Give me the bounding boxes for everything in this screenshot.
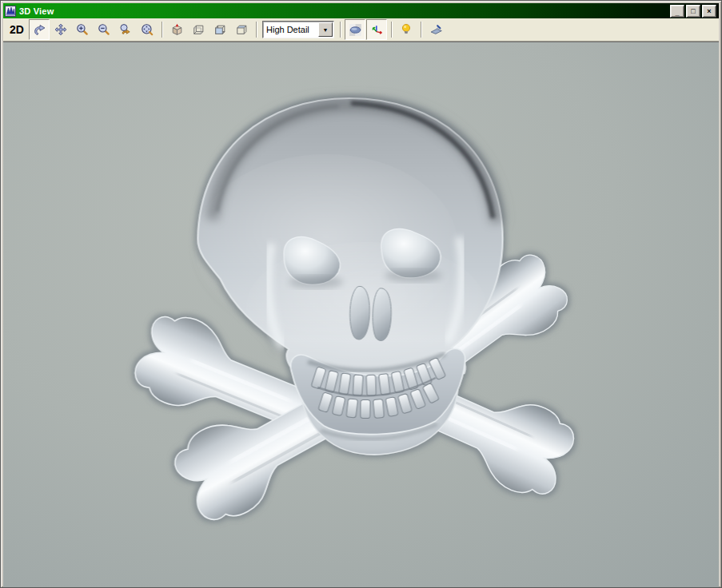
pan-view-button[interactable] <box>50 19 71 40</box>
minimize-button[interactable]: _ <box>670 5 684 18</box>
detail-level-dropdown[interactable]: High Detail ▼ <box>262 21 334 38</box>
toolbar-separator <box>340 22 341 38</box>
rotate-icon <box>33 23 46 37</box>
wireframe-view-button[interactable] <box>188 19 209 40</box>
zoom-extents-button[interactable] <box>137 19 158 40</box>
window-title: 3D View <box>19 6 54 16</box>
toolbar-separator <box>391 22 392 38</box>
toolbar-separator <box>256 22 257 38</box>
nostril-right <box>373 288 391 341</box>
tooth <box>353 375 363 396</box>
zoom-out-button[interactable] <box>94 19 114 40</box>
nostril-left <box>350 286 370 340</box>
3d-view-window: 3D View _ □ × 2D <box>0 0 722 588</box>
window-controls: _ □ × <box>670 5 717 18</box>
relief-toggle-icon <box>349 23 362 37</box>
iso-view-icon <box>170 23 184 37</box>
tooth <box>346 399 358 418</box>
axes-toggle-icon <box>370 23 384 37</box>
top-view-icon <box>235 23 249 37</box>
maximize-button[interactable]: □ <box>686 5 700 18</box>
tooth <box>361 399 370 418</box>
isometric-view-button[interactable] <box>166 19 187 40</box>
skull-crossbones-render <box>3 42 719 587</box>
shade-icon <box>429 23 443 37</box>
zoom-extents-icon <box>141 23 154 36</box>
3d-viewport[interactable] <box>3 42 719 587</box>
zoom-in-button[interactable] <box>72 19 93 40</box>
axes-toggle-button[interactable] <box>366 19 387 40</box>
titlebar[interactable]: 3D View _ □ × <box>3 3 719 18</box>
detail-level-value: High Detail <box>263 25 318 34</box>
zoom-out-icon <box>98 23 110 36</box>
view-toolbar: 2D <box>3 18 719 42</box>
relief-toggle-button[interactable] <box>345 19 365 40</box>
lighting-button[interactable] <box>396 19 417 40</box>
dropdown-arrow-icon[interactable]: ▼ <box>318 22 333 37</box>
close-button[interactable]: × <box>702 5 716 18</box>
top-view-button[interactable] <box>231 19 252 40</box>
toolbar-separator <box>162 22 162 38</box>
tooth <box>366 375 376 395</box>
rotate-view-button[interactable] <box>29 19 50 40</box>
shade-button[interactable] <box>425 19 446 40</box>
tooth <box>379 374 391 395</box>
zoom-previous-button[interactable] <box>115 19 136 40</box>
front-view-button[interactable] <box>209 19 230 40</box>
light-icon <box>400 23 413 36</box>
toggle-2d-button[interactable]: 2D <box>6 19 28 40</box>
front-view-icon <box>213 23 227 37</box>
wireframe-view-icon <box>192 23 205 37</box>
pan-icon <box>54 23 67 36</box>
toolbar-separator <box>421 22 421 38</box>
zoom-in-icon <box>76 23 89 36</box>
zoom-previous-icon <box>119 23 132 36</box>
tooth <box>373 399 385 418</box>
app-icon <box>5 6 16 17</box>
